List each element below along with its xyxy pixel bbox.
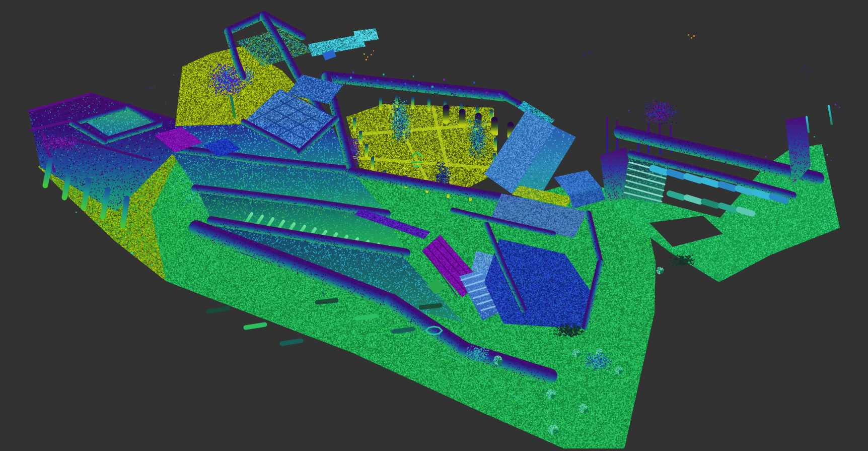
pointcloud-3d-viewport[interactable] — [0, 0, 868, 451]
pointcloud-viewer-window — [0, 0, 868, 451]
